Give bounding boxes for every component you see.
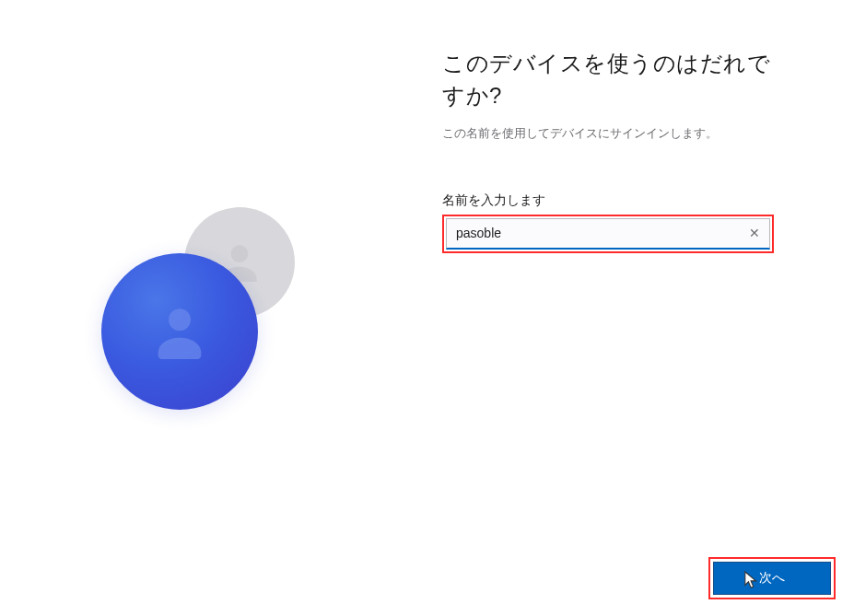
svg-point-0 xyxy=(231,245,249,262)
footer-actions: 次へ xyxy=(708,557,836,599)
form-panel: このデバイスを使うのはだれですか? この名前を使用してデバイスにサインインします… xyxy=(442,0,854,616)
oobe-screen: このデバイスを使うのはだれですか? この名前を使用してデバイスにサインインします… xyxy=(0,0,854,616)
next-highlight-frame: 次へ xyxy=(708,557,836,599)
input-highlight-frame: ✕ xyxy=(442,215,774,253)
close-icon: ✕ xyxy=(749,226,760,240)
name-input-label: 名前を入力します xyxy=(442,192,790,209)
avatar-illustration xyxy=(101,207,304,410)
next-button[interactable]: 次へ xyxy=(713,562,831,595)
clear-input-button[interactable]: ✕ xyxy=(740,219,769,248)
svg-point-1 xyxy=(169,308,191,331)
page-subtitle: この名前を使用してデバイスにサインインします。 xyxy=(442,125,790,142)
avatar-front-icon xyxy=(101,253,258,410)
name-input[interactable] xyxy=(447,220,740,246)
name-input-wrapper[interactable]: ✕ xyxy=(446,218,770,250)
illustration-panel xyxy=(0,0,442,616)
page-title: このデバイスを使うのはだれですか? xyxy=(442,48,790,112)
